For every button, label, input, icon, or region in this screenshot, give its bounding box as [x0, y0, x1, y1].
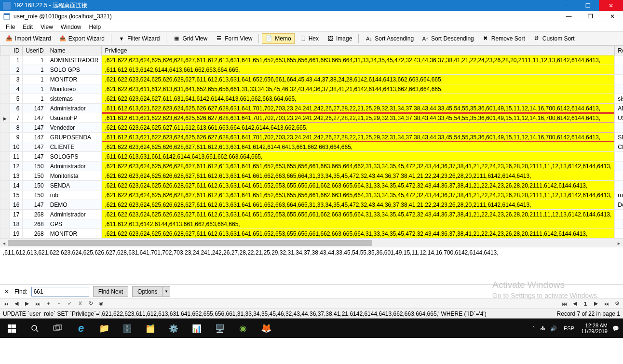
cell-id[interactable]: 18: [10, 219, 23, 229]
cell-privilege[interactable]: ,621,622,623,624,625,626,628,627,611,612…: [102, 55, 615, 65]
horizontal-scrollbar[interactable]: ◄ ►: [0, 239, 623, 247]
cell-userid[interactable]: 268: [23, 229, 47, 239]
cell-userid[interactable]: 147: [23, 200, 47, 210]
nav-stop-button[interactable]: ◉: [97, 300, 105, 308]
table-row[interactable]: 7147UsuarioFP,611,612,613,621,622,623,62…: [0, 113, 623, 123]
nav-cancel-button[interactable]: ✘: [76, 300, 84, 308]
table-row[interactable]: 15150rub,621,622,623,624,625,626,628,627…: [0, 190, 623, 200]
table-row[interactable]: 14150SENDA,621,622,623,624,625,626,628,6…: [0, 181, 623, 190]
firefox-icon[interactable]: 🦊: [255, 319, 278, 338]
rdp-close-button[interactable]: ✕: [599, 0, 623, 11]
cell-id[interactable]: 6: [10, 104, 23, 113]
app-minimize-button[interactable]: ―: [558, 11, 580, 22]
ie-icon[interactable]: e: [69, 319, 93, 338]
cell-id[interactable]: 11: [10, 152, 23, 162]
cell-privilege[interactable]: ,621,622,623,624,625,626,628,627,611,612…: [102, 210, 615, 219]
col-privilege[interactable]: Privilege: [102, 46, 615, 55]
tray-clock[interactable]: 12:28 AM 11/29/2019: [581, 323, 608, 334]
cell-id[interactable]: 10: [10, 142, 23, 152]
cell-privilege[interactable]: ,621,622,623,624,625,627,611,612,613,661…: [102, 123, 615, 133]
cell-userid[interactable]: 147: [23, 104, 47, 113]
cell-ren[interactable]: [615, 219, 623, 229]
cell-name[interactable]: Administrador: [47, 210, 102, 219]
nav-next-button[interactable]: ▶: [23, 300, 31, 308]
memo-pane[interactable]: ,611,612,613,621,622,623,624,625,626,627…: [0, 247, 623, 285]
row-selector[interactable]: [0, 152, 10, 162]
cell-name[interactable]: ADMINISTRADOR: [47, 55, 102, 65]
find-next-button[interactable]: Find Next: [93, 286, 128, 297]
table-row[interactable]: 10147CLIENTE,621,622,623,624,625,626,628…: [0, 142, 623, 152]
cell-userid[interactable]: 1: [23, 55, 47, 65]
grid-view-button[interactable]: ▦Grid View: [169, 33, 211, 44]
cell-name[interactable]: CLIENTE: [47, 142, 102, 152]
page-settings-button[interactable]: ⚙: [613, 300, 621, 308]
sort-desc-button[interactable]: A↑Sort Descending: [418, 33, 477, 44]
table-row[interactable]: 11ADMINISTRADOR,621,622,623,624,625,626,…: [0, 55, 623, 65]
scroll-left-arrow[interactable]: ◄: [0, 239, 8, 247]
cell-ren[interactable]: [615, 152, 623, 162]
row-selector[interactable]: [0, 75, 10, 84]
cell-privilege[interactable]: ,621,622,623,624,625,626,628,627,611,612…: [102, 75, 615, 84]
cell-name[interactable]: Administrador: [47, 162, 102, 171]
navicat-icon[interactable]: ◉: [231, 319, 255, 338]
nav-last-button[interactable]: ⏭: [34, 300, 41, 308]
tray-notifications-icon[interactable]: 💬: [612, 325, 619, 332]
cell-userid[interactable]: 1: [23, 94, 47, 104]
cell-privilege[interactable]: ,621,622,623,624,625,626,628,627,611,612…: [102, 142, 615, 152]
find-input[interactable]: [31, 287, 89, 297]
table-row[interactable]: 21SOLO GPS,611,612,613,6142,6144,6413,66…: [0, 65, 623, 75]
table-row[interactable]: 9147GRUPOSENDA,611,612,613,621,622,623,6…: [0, 133, 623, 142]
cell-name[interactable]: rub: [47, 190, 102, 200]
cell-userid[interactable]: 1: [23, 75, 47, 84]
app-icon-1[interactable]: 🗂️: [139, 319, 162, 338]
row-selector[interactable]: [0, 162, 10, 171]
cell-name[interactable]: Monitoreo: [47, 84, 102, 94]
cell-id[interactable]: 5: [10, 94, 23, 104]
table-row[interactable]: 17268Administrador,621,622,623,624,625,6…: [0, 210, 623, 219]
scroll-right-arrow[interactable]: ►: [615, 239, 623, 247]
row-selector[interactable]: [0, 84, 10, 94]
cell-ren[interactable]: [615, 181, 623, 190]
row-selector[interactable]: [0, 210, 10, 219]
nav-refresh-button[interactable]: ↻: [87, 300, 95, 308]
data-grid[interactable]: ID UserID Name Privilege Ren 11ADMINISTR…: [0, 45, 623, 239]
tray-sound-icon[interactable]: 🔊: [550, 325, 557, 332]
cell-ren[interactable]: [615, 123, 623, 133]
cell-ren[interactable]: rub: [615, 190, 623, 200]
cell-ren[interactable]: ADM: [615, 104, 623, 113]
cell-userid[interactable]: 147: [23, 152, 47, 162]
col-ren[interactable]: Ren: [615, 46, 623, 55]
menu-file[interactable]: File: [2, 23, 19, 31]
page-prev-button[interactable]: ◀: [571, 300, 579, 308]
cell-id[interactable]: 15: [10, 190, 23, 200]
table-row[interactable]: 8147Vendedor,621,622,623,624,625,627,611…: [0, 123, 623, 133]
menu-help[interactable]: Help: [85, 23, 105, 31]
cell-id[interactable]: 19: [10, 229, 23, 239]
cell-ren[interactable]: [615, 171, 623, 181]
cell-name[interactable]: MONITOR: [47, 229, 102, 239]
explorer-icon[interactable]: 📁: [93, 319, 116, 338]
cell-name[interactable]: sistemas: [47, 94, 102, 104]
table-row[interactable]: 6147Administrador,611,612,613,621,622,62…: [0, 104, 623, 113]
cell-name[interactable]: DEMO: [47, 200, 102, 210]
cell-name[interactable]: SOLOGPS: [47, 152, 102, 162]
app-icon-2[interactable]: ⚙️: [162, 319, 185, 338]
cell-name[interactable]: SOLO GPS: [47, 65, 102, 75]
filter-wizard-button[interactable]: ▼Filter Wizard: [114, 33, 163, 44]
row-selector[interactable]: [0, 190, 10, 200]
table-row[interactable]: 13150Monitorista,621,622,623,624,625,626…: [0, 171, 623, 181]
cell-privilege[interactable]: ,621,622,623,624,627,611,631,641,6142,61…: [102, 94, 615, 104]
nav-add-button[interactable]: ＋: [44, 300, 52, 308]
cell-ren[interactable]: siste: [615, 94, 623, 104]
cell-userid[interactable]: 150: [23, 181, 47, 190]
app-maximize-button[interactable]: ❐: [580, 11, 601, 22]
col-id[interactable]: ID: [10, 46, 23, 55]
hex-button[interactable]: ⬚Hex: [296, 33, 322, 44]
scroll-thumb[interactable]: [8, 240, 372, 246]
find-options-button[interactable]: Options: [132, 286, 163, 297]
custom-sort-button[interactable]: ⇵Custom Sort: [529, 33, 578, 44]
cell-ren[interactable]: [615, 84, 623, 94]
cell-id[interactable]: 3: [10, 75, 23, 84]
cell-ren[interactable]: [615, 65, 623, 75]
nav-delete-button[interactable]: －: [55, 300, 63, 308]
